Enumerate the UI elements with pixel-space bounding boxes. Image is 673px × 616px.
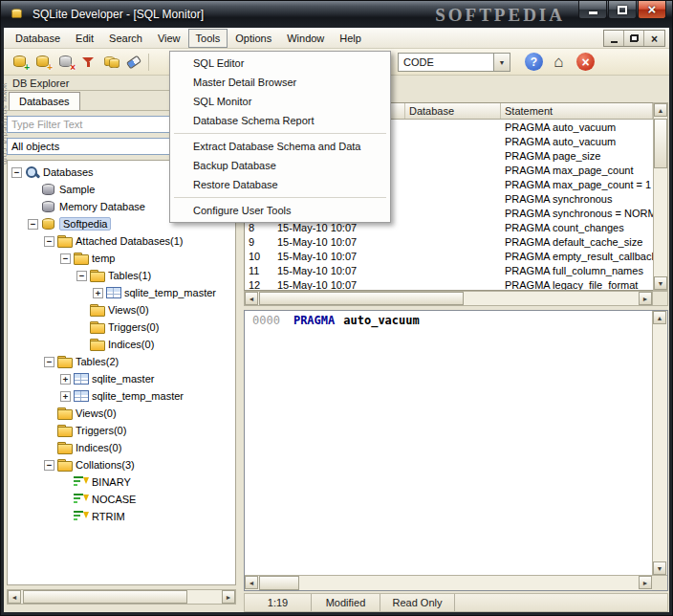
scroll-left-button[interactable] — [8, 590, 21, 604]
detach-database-button[interactable] — [54, 51, 76, 73]
tree-item-rtrim[interactable]: RTRIM — [8, 508, 235, 525]
menu-item-restore-database[interactable]: Restore Database — [172, 175, 388, 194]
menu-item-configure-user-tools[interactable]: Configure User Tools — [172, 201, 388, 220]
collapse-icon[interactable] — [60, 253, 71, 264]
mdi-close-button[interactable] — [644, 31, 664, 46]
grid-vertical-scrollbar[interactable] — [653, 102, 668, 291]
home-button[interactable] — [550, 53, 568, 71]
editor-vertical-scrollbar[interactable] — [652, 311, 667, 575]
scroll-down-button[interactable] — [654, 276, 667, 290]
table-row[interactable]: 915-May-10 10:07PRAGMA default_cache_siz… — [245, 234, 653, 249]
collapse-icon[interactable] — [28, 219, 38, 230]
tab-databases[interactable]: Databases — [9, 92, 80, 110]
collapse-icon[interactable] — [11, 167, 22, 178]
tree-item-views[interactable]: Views(0) — [8, 405, 235, 422]
scroll-right-button[interactable] — [639, 576, 652, 589]
maximize-button[interactable] — [608, 1, 637, 19]
scroll-left-button[interactable] — [245, 292, 258, 305]
tree-item-temp-sqlite-temp-master[interactable]: sqlite_temp_master — [8, 284, 235, 301]
menu-view[interactable]: View — [150, 29, 188, 48]
filter-button[interactable] — [76, 51, 99, 73]
expand-icon[interactable] — [60, 391, 71, 402]
menu-window[interactable]: Window — [279, 29, 332, 48]
expand-icon[interactable] — [93, 288, 103, 298]
scroll-left-button[interactable] — [245, 576, 258, 589]
tree-item-temp-tables[interactable]: Tables(1) — [8, 267, 235, 284]
readonly-status: Read Only — [380, 594, 455, 611]
table-row[interactable]: 1215-May-10 10:07PRAGMA legacy_file_form… — [245, 277, 653, 290]
mdi-buttons — [603, 30, 665, 47]
menu-database[interactable]: Database — [8, 29, 68, 48]
scrollbar-thumb[interactable] — [23, 590, 187, 604]
scrollbar-thumb[interactable] — [259, 576, 299, 590]
scrollbar-thumb[interactable] — [654, 119, 667, 168]
menu-bar: Database Edit Search View Tools Options … — [4, 28, 669, 49]
tree-item-indices[interactable]: Indices(0) — [8, 439, 235, 456]
menu-item-extract-schema-and-data[interactable]: Extract Database Schema and Data — [172, 137, 388, 156]
tree-item-tables[interactable]: Tables(2) — [8, 353, 235, 370]
menu-item-backup-database[interactable]: Backup Database — [172, 156, 388, 175]
collapse-icon[interactable] — [44, 357, 54, 367]
chevron-down-icon[interactable] — [493, 54, 510, 71]
table-icon — [74, 373, 89, 385]
table-row[interactable]: 1115-May-10 10:07PRAGMA full_column_name… — [245, 263, 653, 277]
titlebar[interactable]: SQLite Developer - [SQL Monitor] SOFTPED… — [1, 1, 672, 28]
menu-search[interactable]: Search — [101, 29, 150, 48]
scrollbar-track[interactable] — [258, 576, 639, 590]
editor-horizontal-scrollbar[interactable] — [245, 575, 652, 590]
tree-item-sqlite-master[interactable]: sqlite_master — [8, 370, 235, 387]
keyword-case-combobox[interactable]: CODE — [398, 53, 510, 72]
scrollbar-thumb[interactable] — [259, 292, 464, 305]
menu-options[interactable]: Options — [228, 29, 279, 48]
menu-item-database-schema-report[interactable]: Database Schema Report — [172, 111, 388, 130]
scroll-right-button[interactable] — [639, 292, 652, 305]
scrollbar-track[interactable] — [258, 292, 639, 305]
app-icon — [11, 7, 26, 22]
monitor-header-statement[interactable]: Statement — [501, 103, 653, 119]
stop-button[interactable] — [576, 53, 595, 71]
folder-icon — [90, 320, 105, 334]
tree-item-temp-indices[interactable]: Indices(0) — [8, 336, 235, 353]
tree-item-collations[interactable]: Collations(3) — [8, 456, 235, 473]
menu-item-master-detail-browser[interactable]: Master Detail Browser — [172, 73, 388, 92]
tree-item-attached-databases[interactable]: Attached Databases(1) — [8, 232, 235, 250]
tree-item-triggers[interactable]: Triggers(0) — [8, 422, 235, 439]
collapse-icon[interactable] — [76, 271, 87, 281]
collapse-icon[interactable] — [44, 236, 54, 247]
softpedia-watermark: SOFTPEDIA — [435, 5, 565, 26]
menu-tools[interactable]: Tools — [188, 29, 228, 48]
mdi-minimize-button[interactable] — [604, 31, 624, 46]
scroll-up-button[interactable] — [653, 311, 666, 324]
menu-edit[interactable]: Edit — [68, 29, 101, 48]
scroll-down-button[interactable] — [653, 561, 666, 575]
monitor-header-database[interactable]: Database — [405, 103, 501, 119]
editor-textarea[interactable]: 0000PRAGMAauto_vacuum — [245, 311, 652, 575]
mdi-restore-button[interactable] — [624, 31, 644, 46]
menu-item-sql-editor[interactable]: SQL Editor — [172, 54, 388, 73]
help-button[interactable] — [525, 53, 543, 71]
scrollbar-track[interactable] — [654, 117, 667, 276]
scrollbar-track[interactable] — [653, 324, 667, 561]
scrollbar-track[interactable] — [21, 590, 222, 604]
clear-monitor-button[interactable] — [122, 51, 145, 73]
close-button[interactable] — [638, 1, 666, 19]
expand-icon[interactable] — [60, 374, 71, 385]
tree-item-binary[interactable]: BINARY — [8, 473, 235, 491]
create-database-button[interactable] — [8, 51, 31, 73]
tree-horizontal-scrollbar[interactable] — [7, 589, 236, 605]
minimize-button[interactable] — [578, 1, 607, 19]
tree-item-sqlite-temp-master[interactable]: sqlite_temp_master — [8, 387, 235, 405]
menu-item-sql-monitor[interactable]: SQL Monitor — [172, 92, 388, 111]
menu-help[interactable]: Help — [332, 29, 369, 48]
table-row[interactable]: 1015-May-10 10:07PRAGMA empty_result_cal… — [245, 249, 653, 263]
grid-horizontal-scrollbar[interactable] — [244, 291, 653, 306]
scroll-right-button[interactable] — [222, 590, 235, 604]
scroll-up-button[interactable] — [654, 103, 667, 117]
attach-database-button[interactable] — [31, 51, 54, 73]
tree-item-temp[interactable]: temp — [8, 250, 235, 267]
tree-item-temp-triggers[interactable]: Triggers(0) — [8, 319, 235, 336]
tree-item-nocase[interactable]: NOCASE — [8, 491, 235, 508]
tree-item-temp-views[interactable]: Views(0) — [8, 301, 235, 319]
databases-button[interactable] — [99, 51, 122, 73]
collapse-icon[interactable] — [44, 460, 54, 471]
